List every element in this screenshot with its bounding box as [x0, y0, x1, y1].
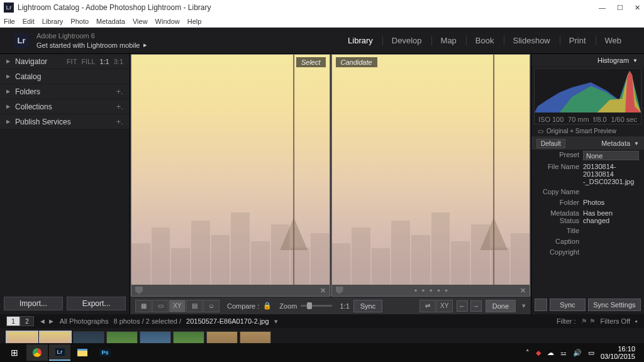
meta-title[interactable] — [583, 227, 639, 235]
module-print[interactable]: Print — [560, 36, 595, 45]
histogram-header[interactable]: Histogram▼ — [531, 54, 644, 67]
nav-1-1[interactable]: 1:1 — [99, 58, 109, 65]
nav-fit[interactable]: FIT — [67, 58, 77, 65]
count-label: 8 photos / 2 selected / — [113, 317, 181, 325]
add-collection-icon[interactable]: +. — [116, 102, 123, 111]
minimize-button[interactable]: — — [599, 4, 606, 12]
view-compare-icon[interactable]: XY — [169, 300, 186, 312]
module-book[interactable]: Book — [466, 36, 503, 45]
brand-line2[interactable]: Get started with Lightroom mobile — [36, 41, 140, 49]
filter-flags-icon[interactable]: ⚑ ⚑ — [581, 317, 596, 326]
view-grid-icon[interactable]: ▦ — [135, 300, 152, 312]
start-button[interactable]: ⊞ — [4, 344, 25, 361]
flag-icon[interactable] — [336, 287, 343, 294]
toolbar-menu-icon[interactable]: ▾ — [522, 302, 526, 310]
meta-copyright[interactable] — [583, 248, 639, 256]
zoom-fit[interactable]: 1:1 — [340, 302, 349, 310]
lock-icon[interactable]: 🔒 — [263, 302, 272, 310]
tray-notes-icon[interactable]: ▭ — [588, 349, 594, 357]
smart-preview-label: Original + Smart Preview — [531, 126, 644, 137]
import-button[interactable]: Import... — [4, 297, 63, 310]
left-panel: ▶ Navigator FIT FILL 1:1 3:1 ▶Catalog ▶F… — [0, 54, 130, 314]
add-publish-icon[interactable]: +. — [116, 117, 123, 126]
menu-view[interactable]: View — [133, 18, 148, 25]
back-button[interactable]: ◄ — [39, 317, 46, 325]
source-1[interactable]: 1 — [6, 316, 20, 326]
metadata-set-dropdown[interactable]: Default — [536, 139, 565, 148]
close-select-button[interactable]: ✕ — [320, 287, 326, 295]
candidate-photo[interactable]: Candidate • • • • •✕ — [331, 54, 531, 297]
sync-settings-button[interactable]: Sync Settings — [588, 299, 641, 311]
rating-stars[interactable]: ★★★★★ — [147, 286, 316, 295]
select-photo[interactable]: Select ★★★★★✕ — [131, 54, 330, 297]
add-folder-icon[interactable]: +. — [116, 87, 123, 96]
tray-volume-icon[interactable]: 🔊 — [573, 349, 582, 357]
view-people-icon[interactable]: ☺ — [203, 300, 219, 312]
tray-up-icon[interactable]: ˄ — [526, 349, 530, 357]
filters-off[interactable]: Filters Off — [601, 317, 630, 325]
menu-file[interactable]: File — [4, 18, 15, 25]
meta-preset[interactable]: None — [583, 151, 639, 160]
export-button[interactable]: Export... — [67, 297, 126, 310]
clock[interactable]: 16:1003/10/2015 — [601, 345, 635, 360]
flag-icon[interactable] — [135, 287, 143, 294]
module-develop[interactable]: Develop — [382, 36, 431, 45]
filter-lock-icon[interactable]: ▪ — [635, 317, 638, 325]
sync-button-center[interactable]: Sync — [353, 300, 382, 312]
module-library[interactable]: Library — [339, 36, 382, 45]
panel-publish[interactable]: ▶Publish Services+. — [0, 114, 130, 129]
close-candidate-button[interactable]: ✕ — [520, 287, 526, 295]
titlebar: Lr Lightroom Catalog - Adobe Photoshop L… — [0, 0, 644, 15]
task-chrome[interactable] — [26, 344, 48, 361]
menu-edit[interactable]: Edit — [23, 18, 35, 25]
module-slideshow[interactable]: Slideshow — [504, 36, 559, 45]
swap-icon[interactable]: ⇄ — [419, 300, 436, 312]
panel-navigator[interactable]: ▶ Navigator FIT FILL 1:1 3:1 — [0, 54, 130, 69]
histo-iso: ISO 100 — [538, 116, 564, 123]
task-photoshop[interactable]: Ps — [94, 344, 116, 361]
meta-folder[interactable]: Photos — [583, 199, 639, 207]
menu-help[interactable]: Help — [187, 18, 202, 25]
forward-button[interactable]: ► — [48, 317, 55, 325]
menu-photo[interactable]: Photo — [70, 18, 89, 25]
view-loupe-icon[interactable]: ▭ — [152, 300, 169, 312]
histogram[interactable]: ISO 100 70 mm f/8.0 1/60 sec — [534, 68, 641, 124]
right-panel: Histogram▼ ISO 100 70 mm f/8.0 1/60 sec … — [531, 54, 644, 314]
task-explorer[interactable] — [72, 344, 93, 361]
panel-catalog[interactable]: ▶Catalog — [0, 69, 130, 84]
menu-library[interactable]: Library — [42, 18, 64, 25]
meta-filename[interactable]: 20130814-20130814 -_DSC02301.jpg — [583, 163, 639, 185]
topbar: Lr Adobe Lightroom 6 Get started with Li… — [0, 28, 644, 54]
source-label[interactable]: All Photographs — [60, 317, 109, 325]
panel-collections[interactable]: ▶Collections+. — [0, 99, 130, 114]
maximize-button[interactable]: ☐ — [617, 4, 623, 12]
zoom-slider[interactable] — [301, 305, 332, 307]
compare-label: Compare : — [227, 302, 259, 310]
sync-toggle-icon[interactable] — [535, 299, 547, 311]
menu-window[interactable]: Window — [155, 18, 180, 25]
menu-metadata[interactable]: Metadata — [96, 18, 125, 25]
tray-network-icon[interactable]: ⚍ — [560, 349, 567, 357]
prev-photo-button[interactable]: ← — [457, 300, 468, 312]
close-button[interactable]: ✕ — [635, 4, 640, 12]
source-2[interactable]: 2 — [20, 316, 34, 326]
module-map[interactable]: Map — [431, 36, 465, 45]
nav-fill[interactable]: FILL — [81, 58, 95, 65]
sync-button[interactable]: Sync — [550, 299, 586, 311]
meta-status: Has been changed — [583, 209, 639, 224]
module-web[interactable]: Web — [596, 36, 631, 45]
next-photo-button[interactable]: → — [470, 300, 482, 312]
done-button[interactable]: Done — [486, 300, 516, 312]
nav-3-1[interactable]: 3:1 — [114, 58, 123, 65]
tray-cloud-icon[interactable]: ☁ — [547, 349, 554, 357]
meta-copyname[interactable] — [583, 188, 639, 196]
meta-caption[interactable] — [583, 238, 639, 246]
task-lightroom[interactable]: Lr — [49, 344, 70, 361]
rating-dots[interactable]: • • • • • — [347, 286, 517, 295]
view-survey-icon[interactable]: ▤ — [186, 300, 203, 312]
tray-shield-icon[interactable]: ◆ — [536, 349, 541, 357]
filter-label: Filter : — [557, 317, 576, 325]
panel-folders[interactable]: ▶Folders+. — [0, 84, 130, 99]
metadata-header[interactable]: Default Metadata▼ — [531, 137, 644, 150]
make-select-icon[interactable]: XY — [436, 300, 453, 312]
